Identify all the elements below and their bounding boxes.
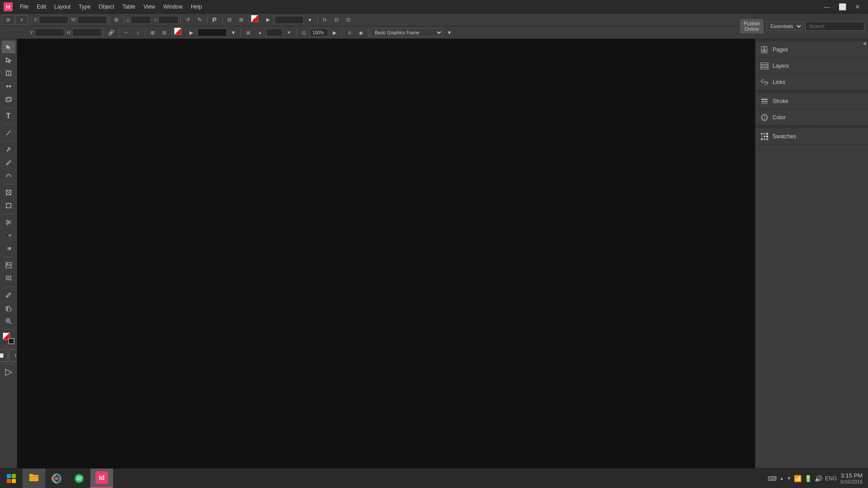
publish-online-btn[interactable]: Publish Online <box>740 19 764 33</box>
h-input[interactable] <box>72 28 102 37</box>
menu-object[interactable]: Object <box>95 2 118 12</box>
stroke-weight-icon[interactable]: ⊠ <box>243 27 254 38</box>
menu-view[interactable]: View <box>140 2 159 12</box>
stroke-weight-up[interactable]: ▲ <box>255 27 265 38</box>
normal-mode-btn[interactable]: ⬜ <box>0 349 8 362</box>
scissors-tool-btn[interactable] <box>2 216 15 229</box>
minimize-button[interactable]: — <box>820 0 834 13</box>
start-button[interactable] <box>0 469 23 488</box>
stroke-weight-down[interactable]: ▼ <box>283 27 294 38</box>
rect-tool-btn[interactable] <box>2 199 15 212</box>
pencil-tool-btn[interactable] <box>2 156 15 169</box>
svg-rect-53 <box>764 138 765 140</box>
taskbar-right: ⌨ ▲ ▼ 📶 🔋 🔊 ENG 3:15 PM 6/16/2015 <box>768 472 868 484</box>
swatches-panel-row[interactable]: Swatches <box>755 128 868 145</box>
align-left-btn[interactable]: ⊡ <box>331 14 342 25</box>
page-tool-btn[interactable] <box>2 67 15 80</box>
svg-rect-34 <box>764 47 767 50</box>
taskbar-indesign-btn[interactable]: Id <box>90 469 113 488</box>
gradient-feather-btn[interactable] <box>2 242 15 255</box>
effects-btn[interactable]: ⊙ <box>344 27 355 38</box>
svg-rect-54 <box>766 138 768 140</box>
search-input[interactable] <box>806 22 864 31</box>
effects-btn2[interactable]: ◉ <box>356 27 367 38</box>
panel-collapse-btn[interactable]: ◀ <box>863 41 866 46</box>
w-input[interactable] <box>78 16 107 24</box>
opacity-input[interactable] <box>310 28 328 37</box>
rotate-ccw-btn[interactable]: ↺ <box>183 14 193 25</box>
menu-window[interactable]: Window <box>160 2 186 12</box>
x-input[interactable] <box>39 16 68 24</box>
y-input[interactable] <box>35 28 64 37</box>
zoom-tool-btn[interactable] <box>2 315 15 328</box>
fill-color-swatch[interactable] <box>251 15 262 25</box>
eyedropper-tool-btn[interactable] <box>2 289 15 301</box>
maximize-button[interactable]: ⬜ <box>835 0 849 13</box>
constrain-btn[interactable]: 🔗 <box>106 27 117 38</box>
grid-view-btn[interactable]: ⊞ <box>2 15 14 25</box>
toolbar2-sep2 <box>118 28 119 37</box>
preview-mode-btn[interactable] <box>2 366 15 379</box>
opacity-dropdown[interactable]: ▶ <box>329 27 340 38</box>
close-button[interactable]: ✕ <box>851 0 864 13</box>
align-objects-btn[interactable]: ⊞ <box>236 14 247 25</box>
scale-btn[interactable]: ⚙ <box>111 14 122 25</box>
layers-panel-row[interactable]: Layers <box>755 58 868 74</box>
note-tool-btn[interactable] <box>2 272 15 285</box>
list-view-btn[interactable]: ≡ <box>15 15 28 25</box>
line-tool-btn[interactable] <box>2 127 15 139</box>
angle-input[interactable] <box>131 16 151 24</box>
fill-stroke-selector[interactable] <box>2 333 15 344</box>
stroke-color-swatch[interactable] <box>174 28 185 38</box>
taskbar-chrome-btn[interactable] <box>45 469 68 488</box>
fill-arrow-btn[interactable]: ▶ <box>263 14 274 25</box>
menu-table[interactable]: Table <box>119 2 139 12</box>
stroke-panel-row[interactable]: Stroke <box>755 93 868 109</box>
taskbar-explorer-btn[interactable] <box>23 469 45 488</box>
flip-h-btn[interactable]: ↔ <box>121 27 132 38</box>
fx-btn[interactable]: fx <box>320 14 330 25</box>
spread-h-btn[interactable]: ⊞ <box>147 27 158 38</box>
frame-selector[interactable]: Basic Graphics Frame <box>371 28 443 37</box>
gap-tool-btn[interactable] <box>2 80 15 93</box>
align-right-btn[interactable]: ⊡ <box>343 14 354 25</box>
smooth-tool-btn[interactable] <box>2 169 15 182</box>
color-panel-row[interactable]: Color <box>755 109 868 126</box>
hand-tool-btn[interactable] <box>2 302 15 314</box>
menu-edit[interactable]: Edit <box>33 2 50 12</box>
direct-select-tool-btn[interactable] <box>2 54 15 66</box>
rotate-cw-btn[interactable]: ↻ <box>194 14 205 25</box>
taskbar-spotify-btn[interactable] <box>68 469 90 488</box>
menu-type[interactable]: Type <box>75 2 94 12</box>
rect-tool-icon <box>5 202 12 209</box>
content-tool-btn[interactable] <box>2 93 15 106</box>
align-distribute-btn[interactable]: ⊟ <box>224 14 235 25</box>
image-frame-btn[interactable] <box>2 259 15 272</box>
svg-rect-56 <box>12 474 16 478</box>
svg-rect-38 <box>761 65 768 67</box>
pen-tool-btn[interactable] <box>2 143 15 156</box>
shear-input[interactable] <box>158 16 179 24</box>
frame-rect-tool-btn[interactable] <box>2 186 15 199</box>
frame-selector-dropdown[interactable]: ▼ <box>444 27 455 38</box>
style-icon[interactable]: ⊡ <box>298 27 309 38</box>
canvas-area[interactable] <box>17 39 755 468</box>
spread-v-btn[interactable]: ⊟ <box>159 27 170 38</box>
stroke-dropdown-btn[interactable]: ▼ <box>228 27 239 38</box>
menu-file[interactable]: File <box>16 2 32 12</box>
links-panel-row[interactable]: Links <box>755 74 868 90</box>
selection-tool-btn[interactable] <box>2 41 15 53</box>
stroke-weight-input[interactable]: 1p0 <box>266 28 283 37</box>
type-tool-btn[interactable]: T <box>2 110 15 122</box>
text-frame-btn[interactable]: P <box>209 14 220 25</box>
flip-v-btn[interactable]: ↕ <box>132 27 143 38</box>
menu-layout[interactable]: Layout <box>51 2 74 12</box>
fill-dropdown-btn[interactable]: ▼ <box>305 14 316 25</box>
essentials-dropdown[interactable]: Essentials <box>766 22 803 31</box>
stroke-color-input[interactable] <box>198 28 227 37</box>
gradient-swatch-btn[interactable] <box>2 229 15 242</box>
menu-help[interactable]: Help <box>187 2 206 12</box>
stroke-arrow-btn[interactable]: ▶ <box>186 27 197 38</box>
fill-color-input[interactable] <box>274 16 304 24</box>
pages-panel-row[interactable]: Pages <box>755 42 868 58</box>
